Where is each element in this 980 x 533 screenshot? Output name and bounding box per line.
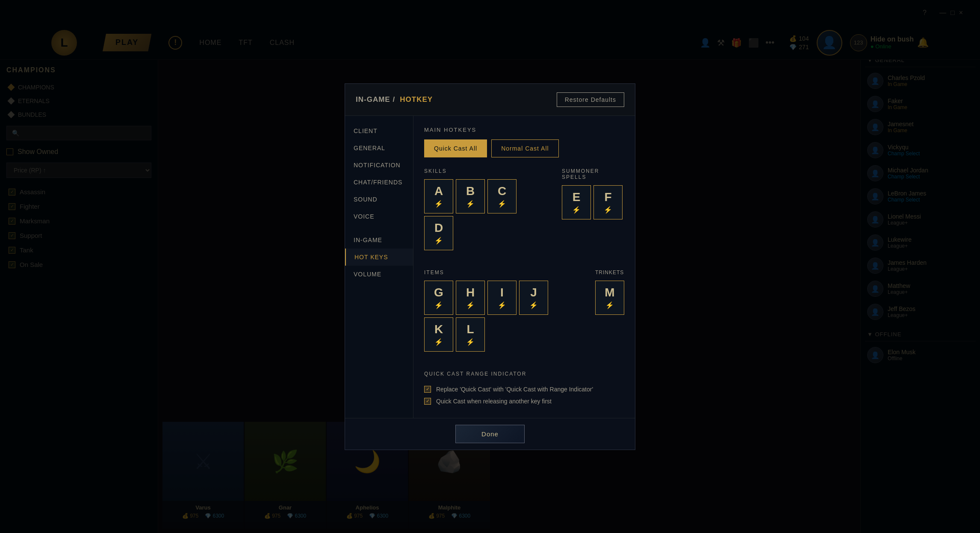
- skill-lightning-c: ⚡: [498, 200, 506, 208]
- summoner-letter-e: E: [573, 190, 581, 204]
- trinkets-grid: M ⚡: [595, 281, 624, 315]
- qc-label-2: Quick Cast when releasing another key fi…: [436, 398, 552, 405]
- trinkets-section: Trinkets M ⚡: [595, 269, 624, 352]
- item-letter-j: J: [530, 286, 537, 299]
- cast-buttons: Quick Cast All Normal Cast All: [424, 139, 624, 157]
- quick-cast-all-button[interactable]: Quick Cast All: [424, 139, 487, 157]
- qc-option-1[interactable]: Replace 'Quick Cast' with 'Quick Cast wi…: [424, 383, 624, 395]
- item-lightning-g: ⚡: [434, 301, 443, 309]
- modal-body: CLIENT GENERAL NOTIFICATION CHAT/FRIENDS…: [345, 116, 635, 418]
- normal-cast-all-button[interactable]: Normal Cast All: [491, 139, 558, 157]
- breadcrumb-prefix: IN-GAME /: [356, 95, 395, 104]
- nav-chat-friends[interactable]: CHAT/FRIENDS: [345, 174, 413, 191]
- trinkets-title: Trinkets: [595, 269, 624, 275]
- nav-sound[interactable]: SOUND: [345, 191, 413, 208]
- skill-lightning-a: ⚡: [434, 200, 443, 208]
- item-lightning-j: ⚡: [529, 301, 538, 309]
- item-key-k[interactable]: K ⚡: [424, 317, 453, 352]
- qc-checkbox-2[interactable]: [424, 398, 431, 405]
- quick-cast-section: QUICK CAST RANGE INDICATOR Replace 'Quic…: [424, 371, 624, 407]
- modal-header: IN-GAME / HOTKEY Restore Defaults: [345, 84, 635, 116]
- modal-sidebar: CLIENT GENERAL NOTIFICATION CHAT/FRIENDS…: [345, 116, 413, 418]
- skill-key-d[interactable]: D ⚡: [424, 216, 453, 250]
- item-letter-l: L: [466, 323, 474, 336]
- breadcrumb-page: HOTKEY: [400, 95, 433, 104]
- trinket-key-m[interactable]: M ⚡: [595, 281, 624, 315]
- summoner-grid: E ⚡ F ⚡: [562, 185, 624, 219]
- qc-label-1: Replace 'Quick Cast' with 'Quick Cast wi…: [436, 386, 593, 393]
- skill-letter-d: D: [434, 221, 443, 235]
- modal-breadcrumb: IN-GAME / HOTKEY: [356, 95, 433, 104]
- item-lightning-h: ⚡: [466, 301, 475, 309]
- summoner-key-f[interactable]: F ⚡: [593, 185, 623, 219]
- qc-title: QUICK CAST RANGE INDICATOR: [424, 371, 624, 377]
- skill-key-a[interactable]: A ⚡: [424, 179, 453, 213]
- summoner-key-e[interactable]: E ⚡: [562, 185, 591, 219]
- item-key-h[interactable]: H ⚡: [456, 281, 485, 315]
- skill-key-b[interactable]: B ⚡: [456, 179, 485, 213]
- nav-in-game[interactable]: IN-GAME: [345, 231, 413, 249]
- main-hotkeys-title: MAIN HOTKEYS: [424, 127, 624, 133]
- skills-grid: A ⚡ B ⚡ C ⚡ D: [424, 179, 545, 250]
- nav-volume[interactable]: VOLUME: [345, 266, 413, 283]
- modal-footer: Done: [345, 418, 635, 450]
- nav-notification[interactable]: NOTIFICATION: [345, 157, 413, 174]
- skills-title: SKILLS: [424, 168, 545, 174]
- qc-checkbox-1[interactable]: [424, 386, 431, 393]
- restore-defaults-button[interactable]: Restore Defaults: [557, 92, 624, 107]
- nav-voice[interactable]: VOICE: [345, 208, 413, 225]
- done-button[interactable]: Done: [455, 425, 525, 443]
- summoner-section: SUMMONER SPELLS E ⚡ F ⚡: [562, 168, 624, 250]
- items-grid: G ⚡ H ⚡ I ⚡ J: [424, 281, 578, 352]
- hotkey-modal: IN-GAME / HOTKEY Restore Defaults CLIENT…: [345, 83, 635, 450]
- summoner-letter-f: F: [605, 190, 612, 204]
- skill-letter-b: B: [466, 184, 475, 198]
- items-title: ITEMS: [424, 269, 578, 275]
- item-letter-g: G: [434, 286, 443, 299]
- skill-letter-c: C: [498, 184, 506, 198]
- skill-key-c[interactable]: C ⚡: [487, 179, 517, 213]
- item-letter-k: K: [434, 323, 443, 336]
- qc-option-2[interactable]: Quick Cast when releasing another key fi…: [424, 395, 624, 407]
- skill-letter-a: A: [434, 184, 443, 198]
- item-lightning-k: ⚡: [434, 338, 443, 346]
- items-section: ITEMS G ⚡ H ⚡ I: [424, 269, 578, 352]
- item-letter-i: I: [500, 286, 504, 299]
- item-lightning-l: ⚡: [466, 338, 475, 346]
- skill-lightning-b: ⚡: [466, 200, 475, 208]
- summoner-lightning-f: ⚡: [604, 206, 612, 214]
- item-key-j[interactable]: J ⚡: [519, 281, 548, 315]
- trinket-lightning-m: ⚡: [605, 301, 614, 309]
- item-lightning-i: ⚡: [498, 301, 506, 309]
- trinket-letter-m: M: [605, 286, 614, 299]
- summoner-lightning-e: ⚡: [572, 206, 581, 214]
- summoner-title: SUMMONER SPELLS: [562, 168, 624, 180]
- modal-main-content: MAIN HOTKEYS Quick Cast All Normal Cast …: [413, 116, 635, 418]
- nav-client[interactable]: CLIENT: [345, 122, 413, 139]
- item-key-i[interactable]: I ⚡: [487, 281, 517, 315]
- nav-hot-keys[interactable]: HOT KEYS: [345, 249, 413, 266]
- skill-lightning-d: ⚡: [434, 237, 443, 245]
- item-key-g[interactable]: G ⚡: [424, 281, 453, 315]
- skills-section: SKILLS A ⚡ B ⚡ C: [424, 168, 545, 250]
- item-key-l[interactable]: L ⚡: [456, 317, 485, 352]
- nav-general[interactable]: GENERAL: [345, 139, 413, 157]
- item-letter-h: H: [466, 286, 475, 299]
- modal-overlay: IN-GAME / HOTKEY Restore Defaults CLIENT…: [0, 0, 980, 533]
